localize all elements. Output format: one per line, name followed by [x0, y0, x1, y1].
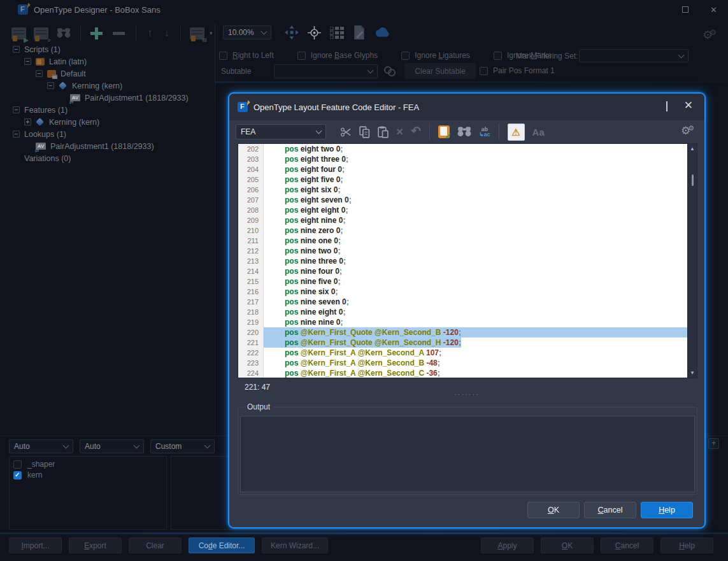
cancel-button[interactable]: Cancel: [601, 537, 653, 553]
panel-menu-icon[interactable]: ▤: [190, 27, 204, 39]
dialog-close-button[interactable]: ✕: [684, 99, 693, 112]
code-line[interactable]: 217pos nine seven 0;: [238, 297, 687, 307]
export-button[interactable]: Export: [69, 537, 122, 553]
language-combo[interactable]: FEA: [236, 124, 326, 139]
vertical-scrollbar[interactable]: ▲ ▼: [687, 144, 697, 378]
checkbox-box[interactable]: [401, 52, 410, 60]
code-line[interactable]: 207pos eight seven 0;: [238, 195, 687, 205]
clear-subtable-button[interactable]: Clear Subtable: [404, 63, 476, 79]
zoom-combo[interactable]: 10.00%: [223, 25, 271, 39]
scroll-up-icon[interactable]: ▲: [688, 146, 697, 152]
feature-combo-auto[interactable]: Auto: [9, 439, 73, 453]
checkbox-box[interactable]: [13, 460, 22, 469]
tree-item-kerning-kern[interactable]: −Kerning (kern): [0, 80, 210, 92]
maximize-button[interactable]: [671, 0, 699, 19]
code-line[interactable]: 215pos nine five 0;: [238, 276, 687, 287]
code-line[interactable]: 222pos @Kern_First_A @Kern_Second_A 107;: [238, 348, 687, 358]
feature-combo-auto[interactable]: Auto: [80, 439, 144, 453]
checkbox-ignore-ligatures[interactable]: Ignore Ligatures: [401, 51, 470, 60]
help-button[interactable]: Help: [641, 502, 693, 518]
link-icon[interactable]: [384, 66, 394, 75]
copy-icon[interactable]: [359, 126, 370, 138]
feature-item-shaper[interactable]: _shaper: [13, 459, 162, 469]
code-line[interactable]: 221pos @Kern_First_Quote @Kern_Second_H …: [238, 337, 687, 348]
code-line[interactable]: 202pos eight two 0;: [238, 144, 687, 154]
binoculars-icon[interactable]: [57, 28, 71, 38]
feature-combo-custom[interactable]: Custom: [150, 439, 215, 453]
code-editor[interactable]: 202pos eight two 0;203pos eight three 0;…: [238, 143, 697, 378]
delete-icon[interactable]: ×: [396, 125, 403, 139]
add-feature-button[interactable]: +: [708, 438, 719, 449]
checkbox-box[interactable]: [219, 52, 227, 60]
apply-button[interactable]: Apply: [481, 537, 534, 553]
help-button[interactable]: Help: [660, 537, 713, 553]
undo-icon[interactable]: ↶: [411, 124, 421, 138]
clear-button[interactable]: Clear: [129, 537, 182, 553]
tree-item-variations-0[interactable]: Variations (0): [0, 152, 210, 164]
warnings-icon[interactable]: ⚠: [508, 124, 525, 141]
collapse-icon[interactable]: −: [36, 70, 43, 77]
replace-icon[interactable]: ab↳ac: [479, 127, 490, 137]
ok-button[interactable]: OK: [541, 537, 594, 553]
collapse-icon[interactable]: −: [13, 106, 20, 113]
code-line[interactable]: 224pos @Kern_First_A @Kern_Second_C -36;: [238, 368, 687, 378]
code-line[interactable]: 206pos eight six 0;: [238, 185, 687, 195]
checkbox-box[interactable]: [297, 52, 306, 60]
panel-menu-caret-icon[interactable]: ▾: [210, 30, 213, 36]
tree-item-scripts-1[interactable]: −Scripts (1): [0, 43, 210, 55]
cloud-icon[interactable]: [375, 27, 391, 38]
panel-search-icon[interactable]: ⌕: [34, 27, 48, 39]
tree-item-pairadjustment1-1818-2933[interactable]: AVPairAdjustment1 (1818/2933): [0, 92, 210, 104]
code-line[interactable]: 208pos eight eight 0;: [238, 205, 687, 215]
code-line[interactable]: 218pos nine eight 0;: [238, 307, 687, 317]
subtable-combo[interactable]: [274, 64, 378, 78]
panel-run-icon[interactable]: ▶: [11, 27, 26, 39]
checkbox-right-to-left[interactable]: Right to Left: [219, 51, 274, 60]
code-line[interactable]: 204pos eight four 0;: [238, 164, 687, 174]
code-line[interactable]: 210pos nine zero 0;: [238, 225, 687, 236]
find-icon[interactable]: [457, 127, 471, 137]
code-line[interactable]: 223pos @Kern_First_A @Kern_Second_B -48;: [238, 358, 687, 368]
code-area[interactable]: 202pos eight two 0;203pos eight three 0;…: [238, 144, 687, 378]
dialog-maximize-button[interactable]: [666, 102, 667, 111]
feature-item-kern[interactable]: kern: [13, 470, 162, 480]
dialog-settings-gear-icon[interactable]: ⚙⚙: [681, 124, 694, 138]
tree-item-features-1[interactable]: −Features (1): [0, 104, 210, 116]
checkbox-box[interactable]: [13, 471, 22, 479]
move-up-icon[interactable]: ↑: [147, 27, 153, 39]
paste-icon[interactable]: [378, 126, 389, 138]
code-line[interactable]: 220pos @Kern_First_Quote @Kern_Second_B …: [238, 327, 687, 337]
checkbox-box[interactable]: [494, 52, 502, 60]
grid-check-icon[interactable]: [330, 27, 344, 39]
tree-item-latin-latn[interactable]: −Latin (latn): [0, 55, 210, 67]
fit-icon[interactable]: [285, 25, 299, 39]
scroll-down-icon[interactable]: ▼: [688, 370, 697, 376]
code-line[interactable]: 213pos nine three 0;: [238, 256, 687, 266]
code-line[interactable]: 214pos nine four 0;: [238, 266, 687, 276]
cancel-button[interactable]: Cancel: [584, 502, 636, 518]
tree-item-lookups-1[interactable]: −Lookups (1): [0, 128, 210, 140]
collapse-icon[interactable]: −: [13, 131, 20, 138]
code-line[interactable]: 203pos eight three 0;: [238, 154, 687, 164]
scrollbar-thumb[interactable]: [692, 174, 694, 186]
code-line[interactable]: 211pos nine one 0;: [238, 236, 687, 246]
tree-item-kerning-kern[interactable]: +Kerning (kern): [0, 116, 210, 128]
code-editor-button[interactable]: Code Editor...: [189, 537, 255, 553]
script-doc-icon[interactable]: [353, 25, 366, 39]
checkbox-box[interactable]: [480, 67, 488, 75]
collapse-icon[interactable]: −: [13, 46, 20, 53]
code-line[interactable]: 216pos nine six 0;: [238, 287, 687, 297]
crosshair-icon[interactable]: [308, 26, 321, 39]
code-line[interactable]: 212pos nine two 0;: [238, 246, 687, 256]
ok-button[interactable]: OK: [527, 502, 580, 518]
splitter-handle[interactable]: ·······: [229, 392, 704, 398]
close-button[interactable]: ✕: [699, 0, 728, 19]
kern-wizard-button[interactable]: Kern Wizard...: [262, 537, 328, 553]
code-line[interactable]: 209pos eight nine 0;: [238, 215, 687, 225]
remove-icon[interactable]: [113, 32, 125, 35]
tree-item-default[interactable]: −Default: [0, 67, 210, 80]
tree-item-pairadjustment1-1818-2933[interactable]: AVPairAdjustment1 (1818/2933): [0, 140, 210, 152]
output-text-area[interactable]: [240, 416, 695, 492]
expand-icon[interactable]: +: [24, 118, 31, 125]
code-line[interactable]: 205pos eight five 0;: [238, 174, 687, 185]
